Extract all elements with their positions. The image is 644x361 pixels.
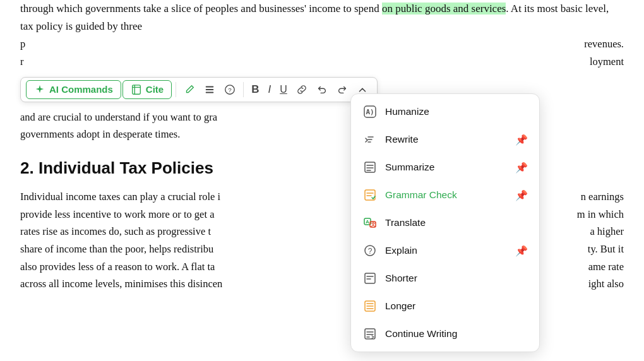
- translate-icon: A 文: [362, 215, 378, 230]
- italic-label: I: [268, 83, 271, 96]
- menu-item-humanize[interactable]: A) Humanize: [351, 98, 539, 126]
- undo-button[interactable]: [313, 81, 331, 98]
- cite-label: Cite: [146, 84, 164, 95]
- divider-2: [243, 82, 244, 97]
- top-text-before: through which governments take a slice o…: [20, 3, 382, 15]
- summarize-label: Summarize: [385, 162, 508, 173]
- longer-label: Longer: [385, 300, 528, 312]
- bold-label: B: [251, 83, 259, 96]
- book-icon: [131, 84, 142, 95]
- menu-item-continue[interactable]: Continue Writing: [351, 320, 539, 348]
- menu-item-shorter[interactable]: Shorter: [351, 264, 539, 292]
- svg-text:A: A: [366, 219, 369, 225]
- explain-pin: 📌: [515, 245, 528, 257]
- shorter-icon: [362, 271, 378, 286]
- menu-item-translate[interactable]: A 文 Translate: [351, 209, 539, 237]
- rewrite-label: Rewrite: [385, 134, 508, 145]
- continue-label: Continue Writing: [385, 328, 528, 340]
- undo-icon: [316, 84, 328, 95]
- edit-icon-button[interactable]: [180, 81, 199, 98]
- svg-text:?: ?: [228, 86, 232, 93]
- link-button[interactable]: [292, 81, 311, 98]
- menu-item-explain[interactable]: ? Explain 📌: [351, 237, 539, 264]
- help-icon-button[interactable]: ?: [220, 81, 239, 98]
- line2: principles of efficiency, and equity, wh…: [20, 35, 554, 53]
- top-paragraph: through which governments take a slice o…: [20, 0, 624, 35]
- continue-icon: [362, 326, 378, 341]
- explain-label: Explain: [385, 245, 508, 256]
- svg-rect-3: [206, 92, 214, 93]
- explain-icon: ?: [362, 243, 378, 258]
- grammar-label: Grammar Check: [385, 189, 508, 201]
- svg-rect-2: [206, 89, 214, 90]
- list-icon: [204, 84, 215, 95]
- translate-label: Translate: [385, 217, 528, 228]
- rewrite-pin: 📌: [515, 134, 528, 146]
- sparkle-icon: [34, 84, 45, 95]
- summarize-pin: 📌: [515, 162, 528, 174]
- summarize-icon: [362, 160, 378, 175]
- menu-item-rewrite[interactable]: Rewrite 📌: [351, 126, 539, 153]
- underline-button[interactable]: U: [276, 81, 291, 98]
- redo-icon: [337, 84, 348, 95]
- menu-item-longer[interactable]: Longer: [351, 292, 539, 320]
- line2-right: revenues.: [554, 35, 624, 53]
- svg-text:?: ?: [368, 247, 373, 256]
- svg-text:文: 文: [371, 221, 376, 227]
- pencil-icon: [184, 84, 195, 95]
- formatting-toolbar: AI Commands Cite: [20, 77, 378, 102]
- list-icon-button[interactable]: [200, 81, 219, 98]
- line3: r: [20, 53, 554, 71]
- ai-commands-dropdown: A) Humanize Rewrite 📌: [350, 93, 540, 352]
- ai-commands-label: AI Commands: [49, 84, 113, 95]
- menu-item-grammar[interactable]: Grammar Check 📌: [351, 181, 539, 209]
- line3-right: loyment: [554, 53, 624, 71]
- grammar-icon: [362, 187, 378, 203]
- grammar-pin: 📌: [515, 189, 528, 201]
- longer-icon: [362, 299, 378, 314]
- rewrite-icon: [362, 132, 378, 147]
- svg-rect-0: [133, 85, 141, 93]
- humanize-icon: A): [362, 104, 378, 119]
- ai-commands-button[interactable]: AI Commands: [26, 80, 121, 99]
- svg-rect-1: [206, 86, 214, 87]
- bold-button[interactable]: B: [247, 81, 263, 98]
- underline-label: U: [280, 84, 287, 95]
- divider-1: [176, 82, 176, 97]
- menu-item-summarize[interactable]: Summarize 📌: [351, 153, 539, 181]
- link-icon: [296, 84, 307, 95]
- italic-button[interactable]: I: [264, 81, 275, 98]
- svg-text:A): A): [366, 108, 374, 116]
- humanize-label: Humanize: [385, 106, 528, 117]
- highlighted-text: on public goods and services: [382, 3, 506, 15]
- question-icon: ?: [224, 84, 236, 95]
- shorter-label: Shorter: [385, 273, 528, 284]
- redo-button[interactable]: [333, 81, 352, 98]
- cite-button[interactable]: Cite: [122, 80, 172, 99]
- svg-rect-16: [365, 273, 375, 283]
